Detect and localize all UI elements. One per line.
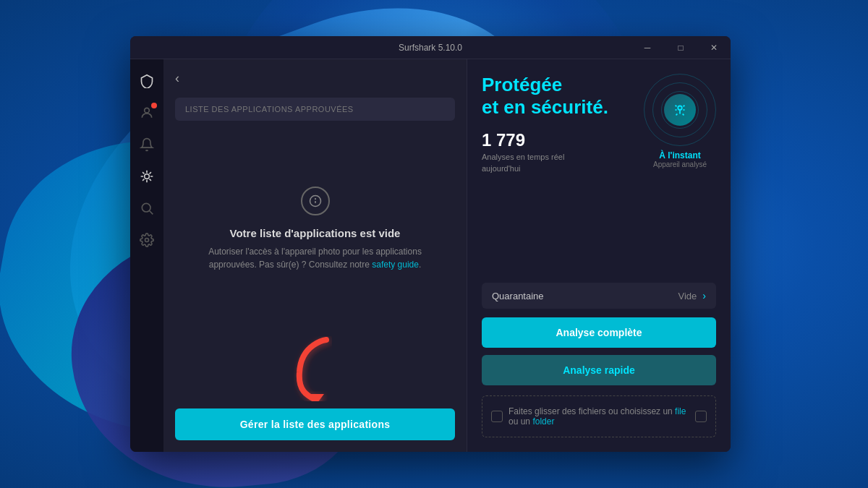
metric-number: 1 779 [482, 130, 608, 150]
full-scan-button[interactable]: Analyse complète [482, 317, 716, 348]
sidebar-icon-bug[interactable] [134, 163, 160, 189]
maximize-button[interactable]: □ [664, 36, 697, 59]
sidebar-icon-settings[interactable] [134, 227, 160, 253]
svg-point-4 [145, 239, 149, 242]
file-link[interactable]: file [675, 406, 686, 416]
left-panel: ‹ LISTE DES APPLICATIONS APPROUVÉES Votr… [163, 59, 467, 452]
status-section: Protégée et en sécurité. 1 779 Analyses … [482, 74, 716, 174]
status-metrics: 1 779 Analyses en temps réel aujourd'hui [482, 130, 608, 174]
empty-state: Votre liste d'applications est vide Auto… [175, 135, 455, 322]
spacer [482, 189, 716, 283]
empty-description: Autoriser l'accès à l'appareil photo pou… [190, 245, 441, 271]
content-area: ‹ LISTE DES APPLICATIONS APPROUVÉES Votr… [163, 59, 731, 452]
quarantine-label: Quarantaine [492, 291, 544, 301]
sidebar [130, 59, 163, 452]
radar-graphic [644, 74, 716, 146]
manage-button[interactable]: Gérer la liste des applications [175, 408, 455, 440]
window-title: Surfshark 5.10.0 [399, 43, 462, 53]
drop-text: Faites glisser des fichiers ou choisisse… [509, 406, 689, 427]
safety-guide-link[interactable]: safety guide [372, 260, 419, 270]
sidebar-icon-shield[interactable] [134, 68, 160, 94]
metric-label: Analyses en temps réel aujourd'hui [482, 152, 608, 174]
radar-section: À l'instant Appareil analysé [644, 74, 716, 168]
instant-subtitle: Appareil analysé [653, 160, 707, 168]
svg-line-3 [150, 211, 153, 215]
svg-point-9 [678, 106, 682, 111]
close-button[interactable]: ✕ [697, 36, 731, 59]
quarantine-arrow-icon: › [702, 290, 706, 301]
sidebar-icon-user[interactable] [134, 100, 160, 126]
status-title: Protégée et en sécurité. [482, 74, 608, 119]
arrow-container [175, 336, 455, 401]
title-bar: Surfshark 5.10.0 ─ □ ✕ [130, 36, 731, 59]
svg-point-2 [142, 203, 150, 212]
drop-checkbox[interactable] [491, 411, 503, 422]
quarantine-right: Vide › [678, 290, 706, 301]
window-controls: ─ □ ✕ [631, 36, 731, 59]
svg-point-0 [145, 108, 150, 113]
radar-rings [644, 74, 716, 146]
svg-point-1 [145, 174, 150, 179]
instant-label: À l'instant Appareil analysé [653, 150, 707, 168]
instant-title: À l'instant [653, 150, 707, 160]
arrow-icon [286, 336, 344, 401]
status-text: Protégée et en sécurité. 1 779 Analyses … [482, 74, 608, 174]
drop-icon-right [695, 411, 707, 422]
folder-link[interactable]: folder [532, 416, 554, 427]
minimize-button[interactable]: ─ [631, 36, 664, 59]
notification-badge [151, 103, 157, 108]
back-button[interactable]: ‹ [175, 71, 192, 86]
quick-scan-button[interactable]: Analyse rapide [482, 355, 716, 385]
sidebar-icon-alert[interactable] [134, 132, 160, 158]
drop-zone[interactable]: Faites glisser des fichiers ou choisisse… [482, 395, 716, 437]
sidebar-icon-search[interactable] [134, 195, 160, 221]
info-icon [301, 187, 330, 215]
right-panel: Protégée et en sécurité. 1 779 Analyses … [467, 59, 731, 452]
list-header: LISTE DES APPLICATIONS APPROUVÉES [175, 98, 455, 121]
app-window: Surfshark 5.10.0 ─ □ ✕ [130, 36, 731, 452]
empty-title: Votre liste d'applications est vide [230, 227, 401, 239]
quarantine-status: Vide [678, 291, 697, 301]
main-area: ‹ LISTE DES APPLICATIONS APPROUVÉES Votr… [130, 59, 731, 452]
quarantine-row[interactable]: Quarantaine Vide › [482, 283, 716, 309]
bug-center-icon [664, 94, 696, 126]
